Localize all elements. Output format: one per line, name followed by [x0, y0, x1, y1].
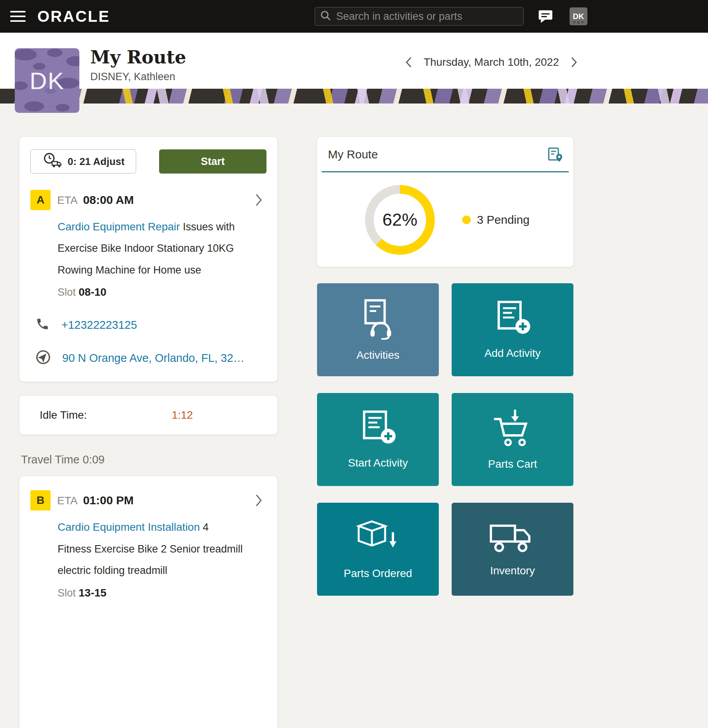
phone-icon [36, 317, 50, 333]
global-search[interactable] [315, 7, 524, 26]
open-activity-icon[interactable] [255, 493, 263, 507]
stop-badge: A [30, 190, 51, 210]
navigate-icon [36, 350, 51, 366]
stop-badge: B [30, 490, 51, 510]
activity-description: Fitness Exercise Bike 2 Senior treadmill… [58, 543, 243, 576]
activity-b-header[interactable]: B ETA 01:00 PM [30, 490, 266, 510]
activity-card-b: B ETA 01:00 PM Cardio Equipment Installa… [19, 476, 277, 728]
slot-label: Slot [58, 587, 76, 599]
route-progress-donut: 62% [362, 182, 438, 258]
inventory-icon [489, 522, 536, 555]
phone-row: +12322223125 [36, 317, 266, 333]
date-navigation: Thursday, March 10th, 2022 [405, 56, 577, 68]
summary-title: My Route [328, 148, 378, 161]
activities-icon [357, 298, 400, 340]
travel-adjust-label: 0: 21 Adjust [68, 156, 124, 168]
technician-avatar: DK [15, 48, 79, 113]
tile-inventory[interactable]: Inventory [452, 503, 573, 596]
tile-activities[interactable]: Activities [317, 283, 439, 376]
user-avatar[interactable]: DK [570, 7, 587, 25]
start-activity-icon [358, 410, 399, 447]
eta-time: 08:00 AM [83, 193, 134, 207]
pending-legend: 3 Pending [462, 213, 529, 226]
route-header: DK My Route DISNEY, Kathleen Thursday, M… [0, 33, 708, 103]
open-activity-icon[interactable] [255, 193, 263, 207]
technician-avatar-initials: DK [30, 67, 65, 95]
phone-link[interactable]: +12322223125 [61, 319, 137, 332]
pending-count: 3 Pending [477, 213, 529, 226]
travel-adjust-button[interactable]: 0: 21 Adjust [30, 149, 136, 174]
search-input[interactable] [335, 10, 519, 23]
tile-parts-ordered[interactable]: Parts Ordered [317, 503, 439, 596]
slot-label: Slot [58, 286, 76, 298]
tile-label: Parts Cart [488, 458, 537, 470]
start-button[interactable]: Start [159, 149, 266, 174]
add-activity-icon [492, 300, 533, 338]
travel-time-text: Travel Time 0:09 [21, 453, 277, 466]
eta-label: ETA [57, 495, 77, 507]
activity-card-a: 0: 21 Adjust Start A ETA 08:00 AM Cardio… [19, 137, 277, 382]
tile-add-activity[interactable]: Add Activity [452, 283, 573, 376]
map-view-icon[interactable] [547, 146, 563, 163]
search-icon [320, 10, 331, 23]
tile-label: Inventory [490, 565, 535, 577]
tile-label: Start Activity [348, 457, 408, 469]
idle-time-label: Idle Time: [40, 409, 87, 421]
tile-label: Activities [356, 349, 399, 361]
top-bar: ORACLE DK [0, 0, 708, 33]
summary-accent-rule [322, 171, 569, 172]
slot-value: 13-15 [79, 587, 107, 599]
progress-percent: 62% [362, 182, 438, 258]
quick-action-tiles: Activities Add Activity [317, 283, 573, 596]
parts-cart-icon [491, 409, 535, 449]
idle-time-card: Idle Time: 1:12 [19, 396, 277, 435]
tile-label: Parts Ordered [344, 567, 412, 580]
user-avatar-initials: DK [573, 12, 584, 21]
tile-label: Add Activity [484, 347, 541, 360]
activity-count-suffix: 4 [203, 521, 209, 533]
activity-title-link[interactable]: Cardio Equipment Installation [58, 521, 200, 533]
parts-ordered-icon [356, 519, 400, 558]
eta-time: 01:00 PM [83, 494, 133, 507]
tile-parts-cart[interactable]: Parts Cart [452, 393, 573, 486]
next-day-icon[interactable] [571, 56, 577, 68]
address-link[interactable]: 90 N Orange Ave, Orlando, FL, 32… [62, 352, 245, 365]
technician-name: DISNEY, Kathleen [90, 71, 186, 83]
travel-time-icon [42, 152, 62, 171]
pending-dot [462, 216, 471, 224]
activity-title-link[interactable]: Cardio Equipment Repair [58, 221, 180, 233]
previous-day-icon[interactable] [405, 56, 412, 68]
messages-icon[interactable] [538, 9, 554, 24]
route-summary-card: My Route [317, 137, 573, 267]
current-date: Thursday, March 10th, 2022 [424, 56, 559, 68]
tile-start-activity[interactable]: Start Activity [317, 393, 439, 486]
main-content: 0: 21 Adjust Start A ETA 08:00 AM Cardio… [0, 103, 593, 728]
eta-label: ETA [57, 194, 77, 207]
page-title: My Route [90, 47, 186, 68]
activity-a-header[interactable]: A ETA 08:00 AM [30, 190, 266, 210]
address-row: 90 N Orange Ave, Orlando, FL, 32… [36, 350, 266, 366]
hamburger-menu-icon[interactable] [10, 11, 26, 22]
oracle-logo: ORACLE [37, 8, 110, 25]
slot-value: 08-10 [79, 286, 107, 298]
idle-time-value: 1:12 [172, 409, 193, 421]
